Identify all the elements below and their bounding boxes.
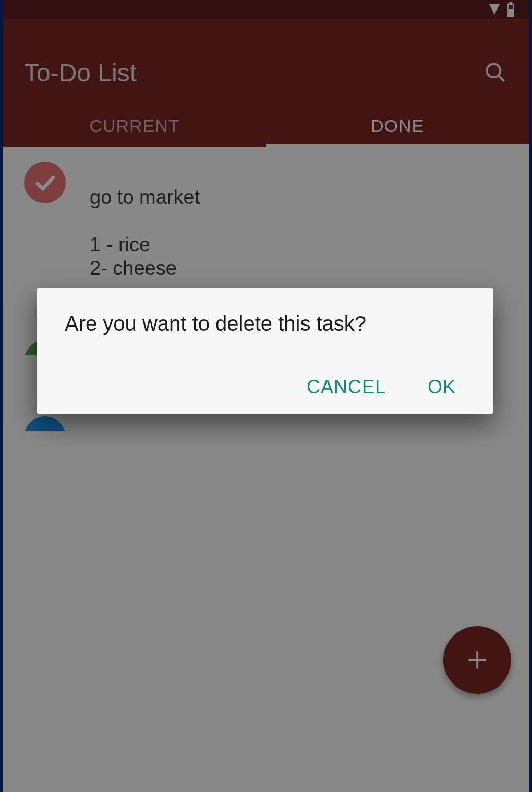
dialog-message: Are you want to delete this task?	[65, 312, 465, 335]
delete-confirm-dialog: Are you want to delete this task? CANCEL…	[37, 288, 493, 414]
ok-button[interactable]: OK	[428, 376, 456, 398]
dialog-actions: CANCEL OK	[65, 376, 465, 398]
cancel-button[interactable]: CANCEL	[307, 376, 386, 398]
